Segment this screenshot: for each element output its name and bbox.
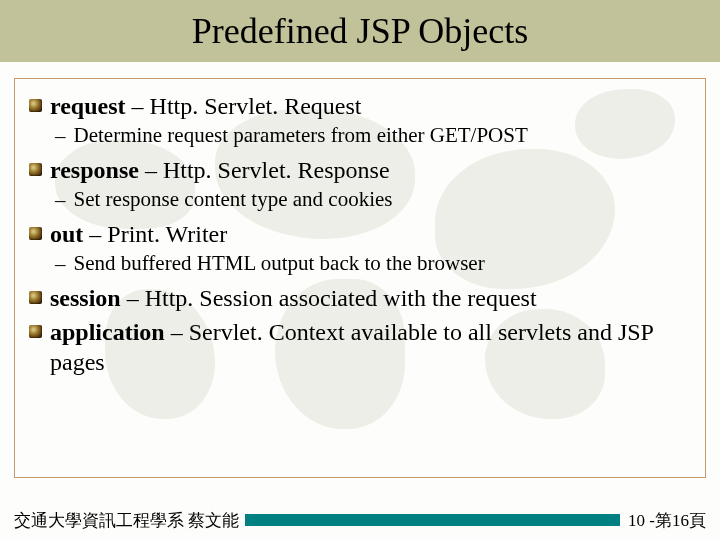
bullet-icon bbox=[29, 163, 42, 176]
footer: 交通大學資訊工程學系 蔡文能 10 -第16頁 bbox=[14, 508, 706, 532]
item-text: out – Print. Writer bbox=[50, 219, 227, 249]
bullet-icon bbox=[29, 325, 42, 338]
list-item: response – Http. Servlet. Response bbox=[29, 155, 691, 185]
content-list: request – Http. Servlet. Request – Deter… bbox=[29, 91, 691, 377]
item-text: application – Servlet. Context available… bbox=[50, 317, 691, 377]
item-text: response – Http. Servlet. Response bbox=[50, 155, 390, 185]
footer-right: 10 -第16頁 bbox=[628, 509, 706, 532]
content-box: request – Http. Servlet. Request – Deter… bbox=[14, 78, 706, 478]
sub-item: – Send buffered HTML output back to the … bbox=[55, 251, 691, 277]
list-item: out – Print. Writer bbox=[29, 219, 691, 249]
bullet-icon bbox=[29, 99, 42, 112]
item-text: session – Http. Session associated with … bbox=[50, 283, 537, 313]
sub-text: Send buffered HTML output back to the br… bbox=[74, 251, 485, 276]
dash-icon: – bbox=[55, 124, 66, 149]
bullet-icon bbox=[29, 227, 42, 240]
page-title: Predefined JSP Objects bbox=[192, 10, 529, 52]
title-band: Predefined JSP Objects bbox=[0, 0, 720, 62]
footer-bar bbox=[245, 514, 620, 526]
dash-icon: – bbox=[55, 188, 66, 213]
list-item: application – Servlet. Context available… bbox=[29, 317, 691, 377]
list-item: request – Http. Servlet. Request bbox=[29, 91, 691, 121]
bullet-icon bbox=[29, 291, 42, 304]
sub-item: – Determine request parameters from eith… bbox=[55, 123, 691, 149]
list-item: session – Http. Session associated with … bbox=[29, 283, 691, 313]
sub-text: Determine request parameters from either… bbox=[74, 123, 528, 148]
dash-icon: – bbox=[55, 252, 66, 277]
sub-text: Set response content type and cookies bbox=[74, 187, 393, 212]
item-text: request – Http. Servlet. Request bbox=[50, 91, 362, 121]
footer-left: 交通大學資訊工程學系 蔡文能 bbox=[14, 509, 239, 532]
sub-item: – Set response content type and cookies bbox=[55, 187, 691, 213]
